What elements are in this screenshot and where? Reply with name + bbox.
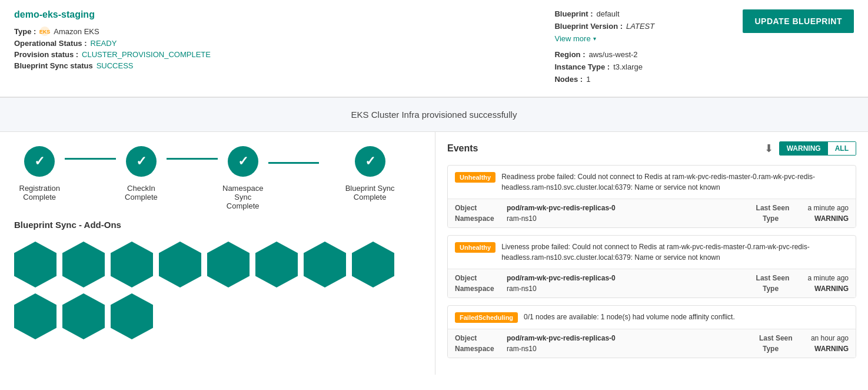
event-card: FailedScheduling 0/1 nodes are available… (447, 305, 856, 358)
step-label: Namespace Sync Complete (218, 184, 268, 210)
update-blueprint-button[interactable]: UPDATE BLUEPRINT (743, 9, 854, 33)
addon-hexagon (304, 242, 346, 287)
nodes-row: Nodes : 1 (554, 75, 719, 84)
region-value: aws/us-west-2 (588, 50, 637, 59)
namespace-row: Namespace ram-ns10 (455, 345, 616, 353)
hexagons-row (14, 242, 421, 339)
addon-hexagon (111, 293, 153, 339)
step-connector (167, 158, 217, 160)
event-message: 0/1 nodes are available: 1 node(s) had v… (524, 312, 735, 322)
step-label: Blueprint Sync Complete (335, 184, 405, 201)
steps-container: ✓ Registration Complete ✓ CheckIn Comple… (14, 146, 421, 210)
object-label: Object (455, 204, 502, 212)
cluster-name: demo-eks-staging (14, 9, 531, 20)
nodes-value: 1 (586, 75, 590, 84)
type-label: Type (763, 214, 810, 223)
filter-all-button[interactable]: ALL (828, 142, 856, 155)
step-connector (65, 158, 115, 160)
step-label: Registration Complete (14, 184, 65, 201)
nodes-label: Nodes : (554, 75, 583, 84)
blueprint-sync-value: SUCCESS (97, 61, 134, 70)
event-card: Unhealthy Liveness probe failed: Could n… (447, 235, 856, 298)
type-row: Type WARNING (763, 214, 849, 223)
provision-value: CLUSTER_PROVISION_COMPLETE (82, 50, 211, 59)
step-namespace: ✓ Namespace Sync Complete (218, 146, 320, 210)
events-actions: ⬇ WARNING ALL (764, 141, 856, 156)
last-seen-label: Last Seen (759, 334, 806, 342)
infra-banner: EKS Cluster Infra provisioned successful… (0, 97, 868, 132)
svg-text:EKS: EKS (39, 29, 50, 35)
provision-label: Provision status : (14, 50, 78, 59)
type-label: Type : (14, 27, 36, 36)
object-value: pod/ram-wk-pvc-redis-replicas-0 (507, 334, 616, 342)
addon-hexagon (62, 293, 105, 339)
blueprint-row: Blueprint : default (554, 9, 719, 18)
operational-row: Operational Status : READY (14, 39, 531, 48)
step-circle: ✓ (126, 146, 157, 177)
addon-hexagon (14, 293, 56, 339)
namespace-label: Namespace (455, 345, 502, 353)
event-details: Object pod/ram-wk-pvc-redis-replicas-0 N… (448, 329, 856, 358)
view-more-label: View more (554, 34, 590, 43)
type-row: Type : EKS Amazon EKS (14, 26, 531, 37)
left-panel: ✓ Registration Complete ✓ CheckIn Comple… (0, 132, 435, 375)
step-circle: ✓ (355, 146, 385, 177)
step-connector (268, 162, 319, 164)
type-row: Type WARNING (763, 285, 849, 293)
event-badge: Unhealthy (455, 242, 495, 253)
blueprint-value: default (596, 9, 619, 18)
type-value: WARNING (814, 285, 849, 293)
event-header-row: Unhealthy Readiness probe failed: Could … (448, 166, 856, 199)
addon-hexagon (62, 242, 105, 287)
step-item: ✓ Registration Complete (14, 146, 65, 201)
object-label: Object (455, 334, 502, 342)
event-details: Object pod/ram-wk-pvc-redis-replicas-0 N… (448, 199, 856, 227)
addon-hexagon (207, 242, 250, 287)
namespace-row: Namespace ram-ns10 (455, 214, 616, 223)
check-icon: ✓ (238, 154, 248, 169)
addons-section: Blueprint Sync - Add-Ons (14, 220, 421, 339)
last-seen-row: Last Seen a minute ago (756, 274, 849, 282)
header-right: UPDATE BLUEPRINT (719, 9, 854, 33)
blueprint-sync-row: Blueprint Sync status SUCCESS (14, 61, 531, 70)
type-row: Type WARNING (763, 345, 849, 353)
eks-icon: EKS (39, 26, 50, 37)
step-label: CheckIn Complete (116, 184, 167, 201)
type-label: Type (763, 285, 810, 293)
namespace-value: ram-ns10 (507, 214, 537, 223)
step-item: ✓ Namespace Sync Complete (218, 146, 268, 210)
object-row: Object pod/ram-wk-pvc-redis-replicas-0 (455, 204, 616, 212)
last-seen-value: a minute ago (808, 204, 849, 212)
object-value: pod/ram-wk-pvc-redis-replicas-0 (507, 204, 616, 212)
object-row: Object pod/ram-wk-pvc-redis-replicas-0 (455, 334, 616, 342)
step-circle: ✓ (24, 146, 55, 177)
view-more-button[interactable]: View more ▾ (554, 34, 719, 43)
last-seen-row: Last Seen a minute ago (756, 204, 849, 212)
instance-type-row: Instance Type : t3.xlarge (554, 62, 719, 71)
addon-hexagon (14, 242, 56, 287)
blueprint-label: Blueprint : (554, 9, 593, 18)
blueprint-sync-label: Blueprint Sync status (14, 61, 93, 70)
addon-hexagon (255, 242, 298, 287)
banner-text: EKS Cluster Infra provisioned successful… (351, 110, 517, 120)
region-label: Region : (554, 50, 585, 59)
header-info: Type : EKS Amazon EKS Operational Status… (14, 26, 531, 70)
type-value: WARNING (814, 345, 849, 353)
last-seen-row: Last Seen an hour ago (759, 334, 849, 342)
object-value: pod/ram-wk-pvc-redis-replicas-0 (507, 274, 616, 282)
step-blueprint-sync: ✓ Blueprint Sync Complete (319, 146, 421, 201)
check-icon: ✓ (136, 154, 147, 169)
download-icon[interactable]: ⬇ (764, 142, 773, 155)
header-left: demo-eks-staging Type : EKS Amazon EKS O… (14, 9, 531, 70)
event-card: Unhealthy Readiness probe failed: Could … (447, 165, 856, 228)
last-seen-label: Last Seen (756, 204, 803, 212)
event-message: Readiness probe failed: Could not connec… (501, 171, 849, 193)
event-detail-left: Object pod/ram-wk-pvc-redis-replicas-0 N… (455, 334, 616, 353)
step-circle: ✓ (228, 146, 258, 177)
addon-hexagon (159, 242, 201, 287)
event-detail-right: Last Seen a minute ago Type WARNING (756, 274, 849, 293)
main-content: ✓ Registration Complete ✓ CheckIn Comple… (0, 132, 868, 375)
filter-warning-button[interactable]: WARNING (780, 142, 828, 155)
provision-row: Provision status : CLUSTER_PROVISION_COM… (14, 50, 531, 59)
event-header-row: Unhealthy Liveness probe failed: Could n… (448, 236, 856, 269)
